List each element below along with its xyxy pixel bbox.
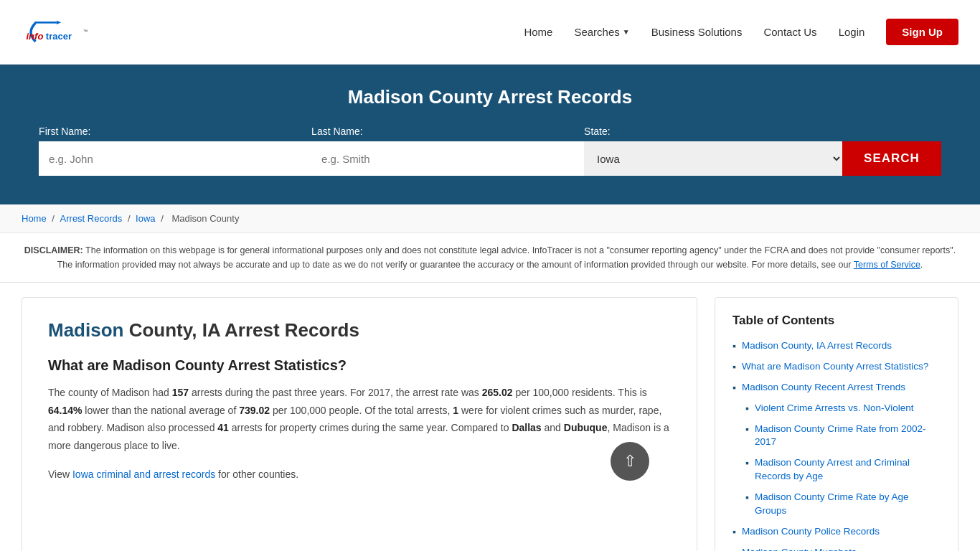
disclaimer-bar: DISCLAIMER: The information on this webp… bbox=[0, 233, 980, 283]
violent-count: 1 bbox=[453, 405, 458, 416]
section1-heading: What are Madison County Arrest Statistic… bbox=[48, 357, 671, 374]
p1-part3: per 100,000 residents. This is bbox=[513, 387, 647, 398]
city2: Dubuque bbox=[564, 422, 608, 433]
toc-link[interactable]: Madison County Police Records bbox=[742, 525, 880, 539]
state-select[interactable]: Iowa Alabama Alaska Arizona Arkansas Cal… bbox=[584, 141, 842, 176]
hero-section: Madison County Arrest Records First Name… bbox=[0, 65, 980, 204]
article: Madison County, IA Arrest Records What a… bbox=[22, 297, 697, 551]
main-content: Madison County, IA Arrest Records What a… bbox=[0, 283, 980, 551]
first-name-input[interactable] bbox=[39, 141, 311, 176]
first-name-label: First Name: bbox=[39, 126, 90, 137]
article-title-highlight: Madison bbox=[48, 319, 123, 341]
toc-link[interactable]: Madison County Arrest and Criminal Recor… bbox=[755, 456, 941, 484]
city1: Dallas bbox=[512, 422, 541, 433]
last-name-group: Last Name: bbox=[311, 126, 584, 176]
breadcrumb-iowa[interactable]: Iowa bbox=[136, 213, 155, 224]
svg-text:™: ™ bbox=[83, 28, 88, 33]
p1-part8: and bbox=[542, 422, 564, 433]
toc-item: What are Madison County Arrest Statistic… bbox=[732, 360, 941, 374]
chevron-down-icon: ▼ bbox=[623, 28, 630, 36]
breadcrumb-sep2: / bbox=[128, 213, 133, 224]
property-count: 41 bbox=[217, 422, 229, 433]
terms-of-service-link[interactable]: Terms of Service bbox=[854, 260, 920, 270]
article-paragraph1: The county of Madison had 157 arrests du… bbox=[48, 384, 671, 454]
chevron-up-icon: ⇧ bbox=[623, 452, 636, 471]
logo[interactable]: info tracer ™ bbox=[22, 11, 115, 54]
toc-item: Madison County Recent Arrest Trends bbox=[732, 381, 941, 395]
arrest-rate: 265.02 bbox=[482, 387, 513, 398]
p1-part4: lower than the national average of bbox=[82, 405, 239, 416]
last-name-label: Last Name: bbox=[311, 126, 363, 137]
toc-link[interactable]: Madison County Recent Arrest Trends bbox=[742, 381, 905, 395]
arrests-count: 157 bbox=[172, 387, 189, 398]
breadcrumb-arrest-records[interactable]: Arrest Records bbox=[60, 213, 123, 224]
last-name-input[interactable] bbox=[311, 141, 584, 176]
svg-text:info: info bbox=[27, 30, 44, 41]
toc-link[interactable]: Madison County, IA Arrest Records bbox=[742, 339, 892, 353]
breadcrumb-sep3: / bbox=[161, 213, 166, 224]
first-name-group: First Name: bbox=[39, 126, 311, 176]
disclaimer-text: The information on this webpage is for g… bbox=[57, 245, 956, 270]
scroll-to-top-button[interactable]: ⇧ bbox=[611, 442, 649, 481]
toc-link[interactable]: Madison County Crime Rate from 2002-2017 bbox=[755, 423, 941, 450]
article-paragraph2: View Iowa criminal and arrest records fo… bbox=[48, 466, 671, 484]
main-nav: Home Searches ▼ Business Solutions Conta… bbox=[524, 19, 958, 45]
p1-part7: arrests for property crimes during the s… bbox=[229, 422, 512, 433]
p1-part5: per 100,000 people. Of the total arrests… bbox=[270, 405, 453, 416]
nav-home[interactable]: Home bbox=[524, 26, 552, 38]
disclaimer-suffix: . bbox=[920, 260, 923, 270]
breadcrumb-sep1: / bbox=[52, 213, 57, 224]
toc-link[interactable]: What are Madison County Arrest Statistic… bbox=[742, 360, 928, 374]
toc-item: Madison County Police Records bbox=[732, 525, 941, 539]
toc-heading: Table of Contents bbox=[732, 314, 941, 328]
signup-button[interactable]: Sign Up bbox=[886, 19, 958, 45]
toc-item: Madison County Crime Rate by Age Groups bbox=[732, 491, 941, 518]
nav-searches-link[interactable]: Searches bbox=[574, 26, 619, 38]
p1-intro: The county of Madison had bbox=[48, 387, 172, 398]
nav-searches[interactable]: Searches ▼ bbox=[574, 26, 629, 38]
disclaimer-label: DISCLAIMER: bbox=[24, 245, 83, 255]
p1-part2: arrests during the past three years. For… bbox=[189, 387, 482, 398]
toc-item: Madison County Arrest and Criminal Recor… bbox=[732, 456, 941, 484]
toc-item: Madison County Crime Rate from 2002-2017 bbox=[732, 423, 941, 450]
breadcrumb-madison-county: Madison County bbox=[171, 213, 239, 224]
view-text: View bbox=[48, 468, 72, 480]
search-button[interactable]: SEARCH bbox=[842, 141, 941, 176]
state-group: State: Iowa Alabama Alaska Arizona Arkan… bbox=[584, 126, 842, 176]
national-avg: 739.02 bbox=[239, 405, 270, 416]
toc-item: Madison County, IA Arrest Records bbox=[732, 339, 941, 353]
svg-marker-1 bbox=[57, 20, 62, 24]
lower-pct: 64.14% bbox=[48, 405, 82, 416]
toc-item: Madison County Mugshots bbox=[732, 546, 941, 551]
breadcrumb-home[interactable]: Home bbox=[22, 213, 47, 224]
state-label: State: bbox=[584, 126, 611, 137]
toc-link[interactable]: Madison County Crime Rate by Age Groups bbox=[755, 491, 941, 518]
nav-contact-us[interactable]: Contact Us bbox=[763, 26, 816, 38]
login-button[interactable]: Login bbox=[839, 26, 865, 38]
hero-title: Madison County Arrest Records bbox=[22, 86, 958, 108]
view-rest: for other counties. bbox=[215, 468, 298, 480]
toc-link[interactable]: Madison County Mugshots bbox=[742, 546, 857, 551]
nav-business-solutions[interactable]: Business Solutions bbox=[651, 26, 743, 38]
article-title: Madison County, IA Arrest Records bbox=[48, 319, 671, 342]
article-title-rest: County, IA Arrest Records bbox=[123, 319, 359, 341]
search-form: First Name: Last Name: State: Iowa Alaba… bbox=[24, 126, 956, 176]
toc-list: Madison County, IA Arrest RecordsWhat ar… bbox=[732, 339, 941, 551]
svg-text:tracer: tracer bbox=[46, 30, 72, 41]
toc-link[interactable]: Violent Crime Arrests vs. Non-Violent bbox=[755, 402, 914, 415]
toc-item: Violent Crime Arrests vs. Non-Violent bbox=[732, 402, 941, 415]
iowa-records-link[interactable]: Iowa criminal and arrest records bbox=[72, 468, 215, 480]
table-of-contents: Table of Contents Madison County, IA Arr… bbox=[715, 297, 958, 551]
breadcrumb: Home / Arrest Records / Iowa / Madison C… bbox=[0, 204, 980, 233]
